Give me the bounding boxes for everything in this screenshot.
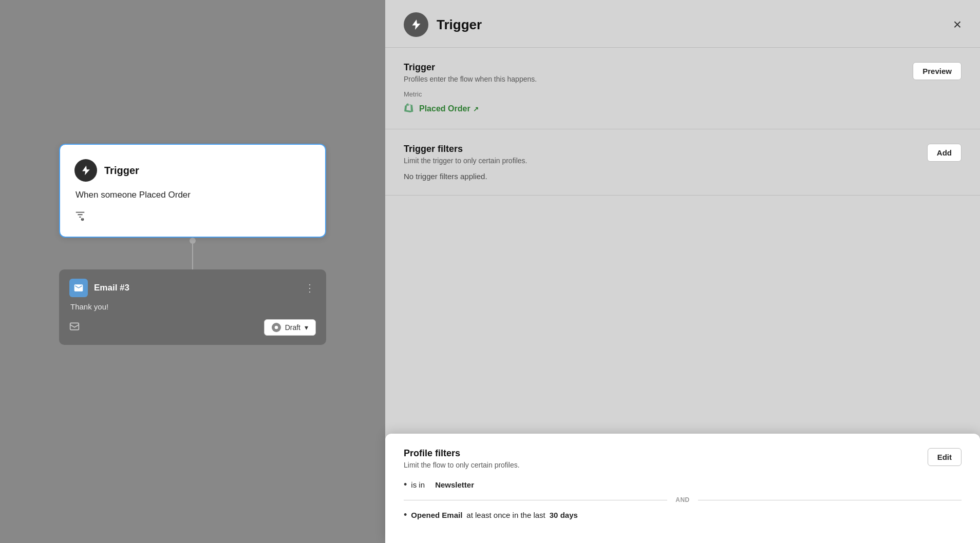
- trigger-panel: Trigger × Trigger Profiles enter the flo…: [385, 0, 980, 543]
- add-filter-button[interactable]: Add: [927, 144, 962, 162]
- svg-point-2: [274, 326, 278, 329]
- canvas-area: Trigger When someone Placed Order: [0, 0, 385, 543]
- panel-header-icon: [404, 12, 428, 37]
- no-filters-text: No trigger filters applied.: [404, 172, 962, 181]
- filter2-post: at least once in the last: [466, 511, 545, 519]
- draft-button[interactable]: Draft ▾: [264, 319, 316, 336]
- edit-filters-button[interactable]: Edit: [928, 448, 962, 466]
- email-card-text: Thank you!: [70, 302, 316, 311]
- and-divider: AND: [404, 496, 962, 503]
- metric-name: Placed Order: [419, 104, 470, 113]
- email-card-header: Email #3 ⋮: [69, 279, 316, 297]
- panel-lightning-icon: [410, 18, 422, 31]
- lightning-icon: [80, 165, 91, 176]
- trigger-filters-title: Trigger filters: [404, 144, 527, 154]
- email-card-title: Email #3: [94, 283, 129, 293]
- panel-header-left: Trigger: [404, 12, 482, 37]
- external-link-icon: ↗: [473, 105, 479, 113]
- email-footer-icon: [69, 321, 80, 334]
- connector-line: [192, 244, 193, 269]
- trigger-filters-header: Trigger filters Limit the trigger to onl…: [404, 144, 962, 165]
- trigger-section-header: Trigger Profiles enter the flow when thi…: [404, 62, 962, 83]
- and-line-right: [698, 500, 962, 500]
- filter1-bold: Newsletter: [435, 480, 474, 489]
- trigger-card-footer: [74, 210, 311, 224]
- svg-point-0: [81, 218, 84, 221]
- email-card[interactable]: Email #3 ⋮ Thank you! Draft ▾: [59, 269, 326, 345]
- draft-chevron: ▾: [305, 323, 308, 332]
- email-icon: [73, 283, 84, 293]
- profile-filters-text: Profile filters Limit the flow to only c…: [404, 448, 520, 469]
- trigger-card-title: Trigger: [104, 165, 139, 177]
- filter-person-icon: [74, 210, 86, 224]
- email-card-footer: Draft ▾: [69, 319, 316, 336]
- trigger-section-text: Trigger Profiles enter the flow when thi…: [404, 62, 537, 83]
- profile-filters-title: Profile filters: [404, 448, 520, 459]
- profile-filters-subtitle: Limit the flow to only certain profiles.: [404, 461, 520, 469]
- and-line-left: [404, 500, 667, 500]
- trigger-card-header: Trigger: [74, 159, 311, 182]
- and-label: AND: [673, 496, 692, 503]
- draft-label: Draft: [285, 323, 300, 332]
- more-options-button[interactable]: ⋮: [305, 282, 316, 294]
- metric-row: Placed Order ↗: [404, 103, 962, 114]
- filter2-bold2: 30 days: [550, 511, 578, 519]
- email-icon-box: [69, 279, 88, 297]
- trigger-filters-section: Trigger filters Limit the trigger to onl…: [385, 129, 980, 196]
- trigger-section-title: Trigger: [404, 62, 537, 73]
- trigger-icon-circle: [74, 159, 97, 182]
- trigger-card[interactable]: Trigger When someone Placed Order: [59, 144, 326, 238]
- panel-header: Trigger ×: [385, 0, 980, 48]
- trigger-filters-text: Trigger filters Limit the trigger to onl…: [404, 144, 527, 165]
- svg-rect-1: [70, 323, 79, 329]
- draft-status-icon: [272, 323, 281, 332]
- metric-link[interactable]: Placed Order ↗: [419, 104, 479, 113]
- filter-item-1: is in Newsletter: [404, 479, 962, 490]
- profile-filters-panel: Profile filters Limit the flow to only c…: [385, 434, 980, 543]
- panel-title: Trigger: [437, 17, 482, 33]
- filter2-bold: Opened Email: [411, 511, 462, 519]
- trigger-section-subtitle: Profiles enter the flow when this happen…: [404, 75, 537, 83]
- metric-label: Metric: [404, 90, 962, 98]
- filter-item-2: Opened Email at least once in the last 3…: [404, 510, 962, 520]
- right-panel: Trigger × Trigger Profiles enter the flo…: [385, 0, 980, 543]
- email-card-header-left: Email #3: [69, 279, 129, 297]
- filter1-pre: is in: [411, 480, 425, 489]
- close-button[interactable]: ×: [953, 17, 962, 32]
- trigger-card-body: When someone Placed Order: [76, 190, 311, 200]
- preview-button[interactable]: Preview: [913, 62, 962, 80]
- trigger-filters-subtitle: Limit the trigger to only certain profil…: [404, 157, 527, 165]
- profile-filters-header: Profile filters Limit the flow to only c…: [404, 448, 962, 469]
- connector-dot: [190, 238, 196, 244]
- shopify-icon: [404, 103, 415, 114]
- trigger-section: Trigger Profiles enter the flow when thi…: [385, 48, 980, 129]
